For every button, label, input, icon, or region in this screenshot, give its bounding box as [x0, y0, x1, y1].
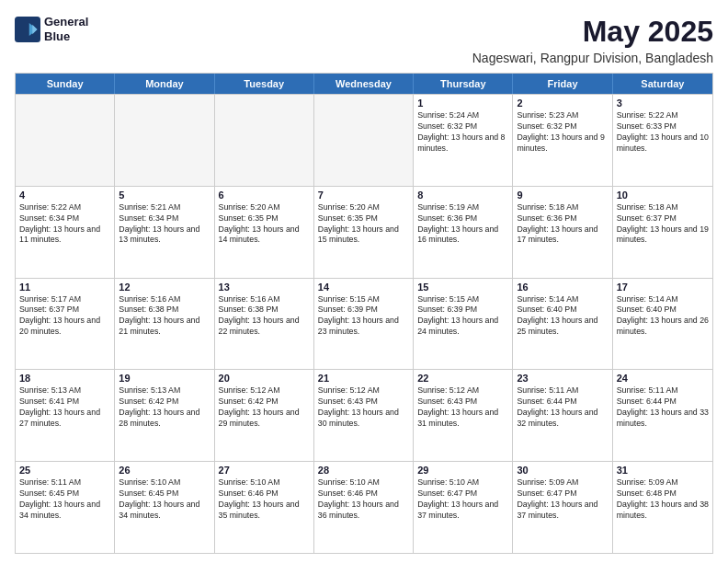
- cell-info: Sunrise: 5:15 AMSunset: 6:39 PMDaylight:…: [417, 294, 508, 339]
- day-number: 16: [517, 282, 608, 293]
- cell-info: Sunrise: 5:11 AMSunset: 6:45 PMDaylight:…: [19, 477, 110, 522]
- cal-header-cell: Saturday: [613, 74, 712, 94]
- day-number: 13: [219, 282, 310, 293]
- cell-info: Sunrise: 5:13 AMSunset: 6:42 PMDaylight:…: [119, 385, 210, 430]
- page: General Blue May 2025 Nageswari, Rangpur…: [0, 0, 728, 563]
- cell-info: Sunrise: 5:16 AMSunset: 6:38 PMDaylight:…: [219, 294, 310, 339]
- calendar-cell: 1Sunrise: 5:24 AMSunset: 6:32 PMDaylight…: [414, 95, 513, 186]
- calendar-week-row: 18Sunrise: 5:13 AMSunset: 6:41 PMDayligh…: [16, 369, 712, 461]
- calendar-cell: 5Sunrise: 5:21 AMSunset: 6:34 PMDaylight…: [115, 187, 214, 278]
- cal-header-cell: Wednesday: [314, 74, 414, 94]
- cell-info: Sunrise: 5:12 AMSunset: 6:43 PMDaylight:…: [318, 385, 409, 430]
- day-number: 24: [617, 373, 709, 384]
- calendar-cell: [215, 95, 314, 186]
- calendar-cell: 20Sunrise: 5:12 AMSunset: 6:42 PMDayligh…: [215, 370, 314, 461]
- calendar-cell: 18Sunrise: 5:13 AMSunset: 6:41 PMDayligh…: [16, 370, 115, 461]
- calendar-week-row: 4Sunrise: 5:22 AMSunset: 6:34 PMDaylight…: [16, 186, 712, 278]
- calendar-cell: [16, 95, 115, 186]
- cal-header-cell: Tuesday: [215, 74, 314, 94]
- logo-line2: Blue: [44, 29, 88, 44]
- cell-info: Sunrise: 5:18 AMSunset: 6:37 PMDaylight:…: [617, 202, 709, 247]
- cell-info: Sunrise: 5:10 AMSunset: 6:46 PMDaylight:…: [318, 477, 409, 522]
- title-block: May 2025 Nageswari, Rangpur Division, Ba…: [472, 15, 713, 65]
- day-number: 9: [517, 190, 608, 201]
- header: General Blue May 2025 Nageswari, Rangpur…: [15, 15, 713, 65]
- day-number: 22: [417, 373, 508, 384]
- calendar-header-row: SundayMondayTuesdayWednesdayThursdayFrid…: [16, 74, 712, 94]
- day-number: 3: [617, 98, 709, 109]
- cell-info: Sunrise: 5:20 AMSunset: 6:35 PMDaylight:…: [318, 202, 409, 247]
- calendar-cell: 10Sunrise: 5:18 AMSunset: 6:37 PMDayligh…: [613, 187, 712, 278]
- cal-header-cell: Monday: [115, 74, 214, 94]
- cell-info: Sunrise: 5:23 AMSunset: 6:32 PMDaylight:…: [517, 110, 608, 155]
- calendar-title: May 2025: [472, 15, 713, 49]
- calendar-cell: 29Sunrise: 5:10 AMSunset: 6:47 PMDayligh…: [414, 462, 513, 553]
- calendar-cell: 30Sunrise: 5:09 AMSunset: 6:47 PMDayligh…: [513, 462, 612, 553]
- day-number: 7: [318, 190, 409, 201]
- cell-info: Sunrise: 5:12 AMSunset: 6:43 PMDaylight:…: [417, 385, 508, 430]
- cal-header-cell: Friday: [513, 74, 612, 94]
- day-number: 21: [318, 373, 409, 384]
- calendar-cell: 31Sunrise: 5:09 AMSunset: 6:48 PMDayligh…: [613, 462, 712, 553]
- day-number: 25: [19, 465, 110, 476]
- day-number: 23: [517, 373, 608, 384]
- day-number: 28: [318, 465, 409, 476]
- cal-header-cell: Thursday: [414, 74, 513, 94]
- day-number: 12: [119, 282, 210, 293]
- calendar-week-row: 25Sunrise: 5:11 AMSunset: 6:45 PMDayligh…: [16, 461, 712, 553]
- cell-info: Sunrise: 5:09 AMSunset: 6:48 PMDaylight:…: [617, 477, 709, 522]
- logo-line1: General: [44, 15, 88, 29]
- cell-info: Sunrise: 5:14 AMSunset: 6:40 PMDaylight:…: [517, 294, 608, 339]
- cell-info: Sunrise: 5:20 AMSunset: 6:35 PMDaylight:…: [219, 202, 310, 247]
- day-number: 20: [219, 373, 310, 384]
- day-number: 18: [19, 373, 110, 384]
- cell-info: Sunrise: 5:10 AMSunset: 6:46 PMDaylight:…: [219, 477, 310, 522]
- logo-icon: [15, 17, 40, 42]
- day-number: 30: [517, 465, 608, 476]
- cell-info: Sunrise: 5:21 AMSunset: 6:34 PMDaylight:…: [119, 202, 210, 247]
- calendar-cell: 7Sunrise: 5:20 AMSunset: 6:35 PMDaylight…: [314, 187, 414, 278]
- calendar-cell: 6Sunrise: 5:20 AMSunset: 6:35 PMDaylight…: [215, 187, 314, 278]
- day-number: 29: [417, 465, 508, 476]
- cell-info: Sunrise: 5:14 AMSunset: 6:40 PMDaylight:…: [617, 294, 709, 339]
- calendar-cell: 9Sunrise: 5:18 AMSunset: 6:36 PMDaylight…: [513, 187, 612, 278]
- cell-info: Sunrise: 5:22 AMSunset: 6:34 PMDaylight:…: [19, 202, 110, 247]
- calendar-cell: 15Sunrise: 5:15 AMSunset: 6:39 PMDayligh…: [414, 279, 513, 370]
- calendar-cell: 13Sunrise: 5:16 AMSunset: 6:38 PMDayligh…: [215, 279, 314, 370]
- calendar-cell: 27Sunrise: 5:10 AMSunset: 6:46 PMDayligh…: [215, 462, 314, 553]
- cell-info: Sunrise: 5:19 AMSunset: 6:36 PMDaylight:…: [417, 202, 508, 247]
- cell-info: Sunrise: 5:15 AMSunset: 6:39 PMDaylight:…: [318, 294, 409, 339]
- calendar-cell: 22Sunrise: 5:12 AMSunset: 6:43 PMDayligh…: [414, 370, 513, 461]
- cell-info: Sunrise: 5:11 AMSunset: 6:44 PMDaylight:…: [517, 385, 608, 430]
- calendar-cell: [314, 95, 414, 186]
- day-number: 10: [617, 190, 709, 201]
- cell-info: Sunrise: 5:13 AMSunset: 6:41 PMDaylight:…: [19, 385, 110, 430]
- day-number: 1: [417, 98, 508, 109]
- cell-info: Sunrise: 5:09 AMSunset: 6:47 PMDaylight:…: [517, 477, 608, 522]
- day-number: 11: [19, 282, 110, 293]
- calendar-cell: 28Sunrise: 5:10 AMSunset: 6:46 PMDayligh…: [314, 462, 414, 553]
- day-number: 31: [617, 465, 709, 476]
- calendar-week-row: 11Sunrise: 5:17 AMSunset: 6:37 PMDayligh…: [16, 278, 712, 370]
- day-number: 17: [617, 282, 709, 293]
- calendar-subtitle: Nageswari, Rangpur Division, Bangladesh: [472, 51, 713, 65]
- day-number: 4: [19, 190, 110, 201]
- calendar-cell: 14Sunrise: 5:15 AMSunset: 6:39 PMDayligh…: [314, 279, 414, 370]
- calendar-cell: 16Sunrise: 5:14 AMSunset: 6:40 PMDayligh…: [513, 279, 612, 370]
- calendar-cell: 17Sunrise: 5:14 AMSunset: 6:40 PMDayligh…: [613, 279, 712, 370]
- calendar-week-row: 1Sunrise: 5:24 AMSunset: 6:32 PMDaylight…: [16, 94, 712, 186]
- day-number: 15: [417, 282, 508, 293]
- calendar-cell: 21Sunrise: 5:12 AMSunset: 6:43 PMDayligh…: [314, 370, 414, 461]
- calendar-cell: [115, 95, 214, 186]
- calendar-cell: 19Sunrise: 5:13 AMSunset: 6:42 PMDayligh…: [115, 370, 214, 461]
- day-number: 5: [119, 190, 210, 201]
- cell-info: Sunrise: 5:22 AMSunset: 6:33 PMDaylight:…: [617, 110, 709, 155]
- calendar-cell: 8Sunrise: 5:19 AMSunset: 6:36 PMDaylight…: [414, 187, 513, 278]
- logo: General Blue: [15, 15, 88, 43]
- calendar-body: 1Sunrise: 5:24 AMSunset: 6:32 PMDaylight…: [16, 94, 712, 553]
- day-number: 2: [517, 98, 608, 109]
- cal-header-cell: Sunday: [16, 74, 115, 94]
- calendar: SundayMondayTuesdayWednesdayThursdayFrid…: [15, 73, 713, 554]
- calendar-cell: 2Sunrise: 5:23 AMSunset: 6:32 PMDaylight…: [513, 95, 612, 186]
- day-number: 14: [318, 282, 409, 293]
